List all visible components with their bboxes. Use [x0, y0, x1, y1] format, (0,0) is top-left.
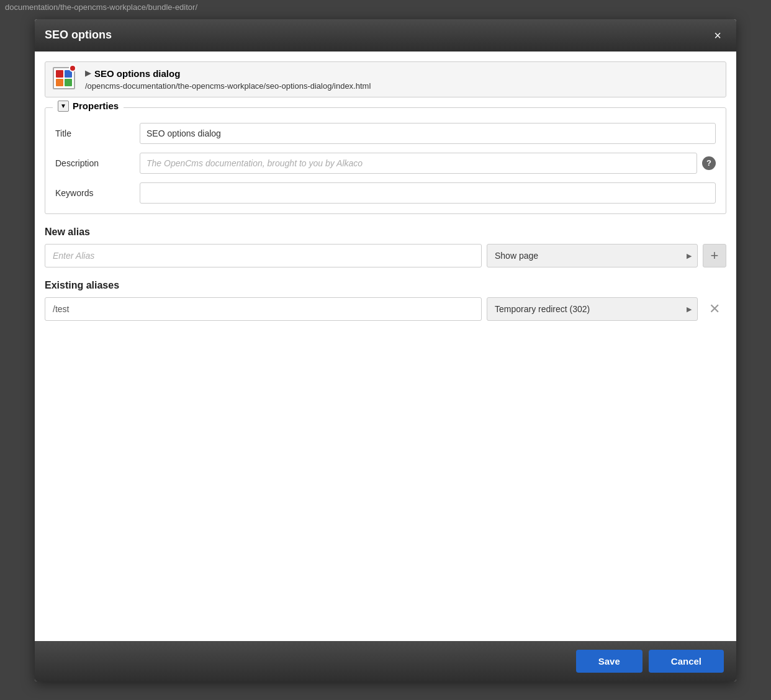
existing-alias-row: Show page Permanent redirect (301) Tempo… [45, 297, 726, 321]
keywords-label: Keywords [55, 188, 130, 198]
expand-arrow-icon[interactable]: ▶ [85, 69, 91, 78]
existing-alias-input-0[interactable] [45, 297, 482, 321]
dialog-title: SEO options [45, 29, 112, 42]
title-label: Title [55, 128, 130, 138]
icon-cell-red [56, 70, 63, 78]
properties-content: Title Description ? [45, 108, 726, 213]
cancel-button[interactable]: Cancel [649, 650, 724, 673]
keywords-input-wrap [140, 182, 716, 204]
existing-aliases-title: Existing aliases [45, 280, 726, 291]
resource-path: /opencms-documentation/the-opencms-workp… [85, 81, 371, 91]
dialog-body: ▶ SEO options dialog /opencms-documentat… [35, 52, 736, 641]
keywords-row: Keywords [55, 182, 716, 204]
icon-cell-orange [56, 79, 63, 86]
dialog-footer: Save Cancel [35, 641, 736, 681]
close-button[interactable]: × [709, 27, 726, 44]
add-alias-button[interactable]: + [703, 244, 726, 267]
title-row: Title [55, 123, 716, 144]
new-alias-select-wrap: Show page Permanent redirect (301) Tempo… [487, 244, 698, 267]
new-alias-input[interactable] [45, 244, 482, 267]
description-row: Description ? [55, 153, 716, 174]
description-input[interactable] [140, 153, 697, 174]
new-alias-title: New alias [45, 227, 726, 238]
description-input-wrap: ? [140, 153, 716, 174]
red-dot-indicator [69, 65, 76, 72]
resource-icon [53, 67, 78, 92]
existing-alias-select-wrap-0: Show page Permanent redirect (301) Tempo… [487, 297, 698, 321]
new-alias-select[interactable]: Show page Permanent redirect (301) Tempo… [487, 244, 698, 267]
existing-alias-select-0[interactable]: Show page Permanent redirect (301) Tempo… [487, 297, 698, 321]
save-button[interactable]: Save [576, 650, 642, 673]
dialog-overlay: documentation/the-opencms-workplace/bund… [0, 0, 771, 700]
title-input[interactable] [140, 123, 716, 144]
properties-title: Properties [73, 101, 119, 111]
resource-row: ▶ SEO options dialog /opencms-documentat… [45, 61, 726, 97]
properties-legend: ▼ Properties [53, 101, 124, 112]
properties-section: ▼ Properties Title Description [45, 107, 726, 214]
seo-options-dialog: SEO options × ▶ [35, 19, 736, 681]
description-label: Description [55, 158, 130, 168]
body-spacer [45, 333, 726, 631]
collapse-button[interactable]: ▼ [58, 101, 69, 112]
new-alias-section: New alias Show page Permanent redirect (… [45, 227, 726, 267]
title-input-wrap [140, 123, 716, 144]
keywords-input[interactable] [140, 182, 716, 204]
background-url-hint: documentation/the-opencms-workplace/bund… [0, 0, 202, 14]
existing-aliases-section: Existing aliases Show page Permanent red… [45, 280, 726, 321]
new-alias-row: Show page Permanent redirect (301) Tempo… [45, 244, 726, 267]
resource-name-text: SEO options dialog [94, 68, 180, 79]
resource-name: ▶ SEO options dialog [85, 68, 371, 79]
resource-info: ▶ SEO options dialog /opencms-documentat… [85, 68, 371, 91]
help-icon[interactable]: ? [702, 156, 716, 170]
icon-cell-green [65, 79, 72, 86]
dialog-titlebar: SEO options × [35, 19, 736, 52]
remove-alias-button-0[interactable]: ✕ [703, 297, 726, 321]
